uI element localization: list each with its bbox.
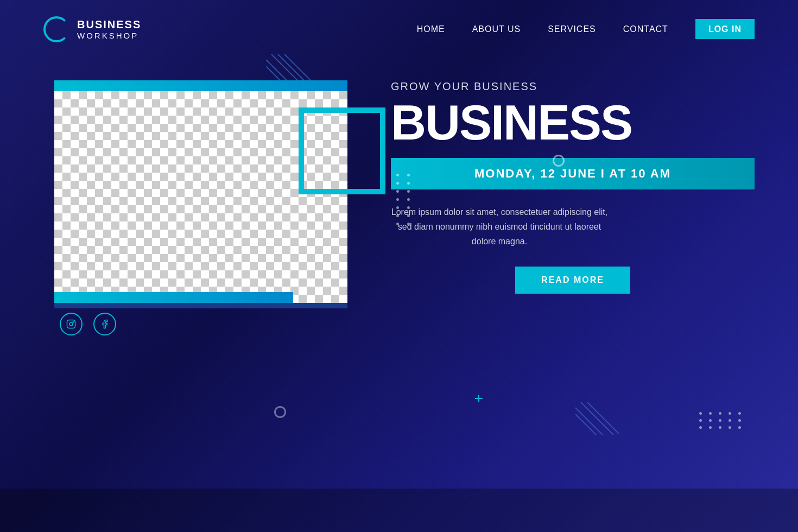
deco-dots-1 xyxy=(396,174,413,225)
nav-item-home[interactable]: HOME xyxy=(417,24,445,34)
login-button[interactable]: LOG IN xyxy=(695,19,755,39)
nav-item-about[interactable]: ABOUT US xyxy=(472,24,521,34)
logo-icon xyxy=(43,16,69,42)
nav-item-login[interactable]: LOG IN xyxy=(695,24,755,34)
svg-point-10 xyxy=(69,322,73,326)
nav-link-services[interactable]: SERVICES xyxy=(548,24,596,34)
svg-line-6 xyxy=(587,402,619,434)
deco-plus-icon-2: + xyxy=(474,390,483,407)
social-icons xyxy=(60,313,116,335)
bottom-shadow xyxy=(0,489,798,532)
facebook-icon[interactable] xyxy=(93,313,116,335)
deco-dots-2 xyxy=(699,412,744,429)
svg-point-11 xyxy=(73,321,74,322)
deco-hatch-lines-2 xyxy=(575,402,619,437)
date-badge: MONDAY, 12 JUNE I AT 10 AM xyxy=(391,158,755,189)
read-more-button[interactable]: READ MORE xyxy=(515,267,630,294)
left-section xyxy=(43,64,358,346)
image-frame-outline xyxy=(299,107,385,194)
instagram-icon[interactable] xyxy=(60,313,83,335)
svg-line-8 xyxy=(575,414,601,435)
navbar: BUSINESS WORKSHOP HOME ABOUT US SERVICES… xyxy=(0,0,798,59)
grow-text: GROW YOUR BUSINESS xyxy=(391,80,755,93)
logo-line1: BUSINESS xyxy=(77,18,141,31)
nav-link-home[interactable]: HOME xyxy=(417,24,445,34)
logo-line2: WORKSHOP xyxy=(77,31,141,41)
right-section: GROW YOUR BUSINESS BUSINESS MONDAY, 12 J… xyxy=(391,64,755,294)
image-bottom-bar xyxy=(54,292,293,303)
hero-description: Lorem ipsum dolor sit amet, consectetuer… xyxy=(391,205,608,249)
image-top-bar xyxy=(54,80,347,91)
svg-rect-9 xyxy=(67,320,75,328)
deco-circle-2 xyxy=(274,406,286,418)
nav-item-contact[interactable]: CONTACT xyxy=(623,24,668,34)
nav-links: HOME ABOUT US SERVICES CONTACT LOG IN xyxy=(417,24,755,34)
nav-link-contact[interactable]: CONTACT xyxy=(623,24,668,34)
nav-link-about[interactable]: ABOUT US xyxy=(472,24,521,34)
nav-item-services[interactable]: SERVICES xyxy=(548,24,596,34)
logo: BUSINESS WORKSHOP xyxy=(43,16,141,42)
logo-text: BUSINESS WORKSHOP xyxy=(77,18,141,41)
hero-title: BUSINESS xyxy=(391,98,755,147)
deco-circle-1 xyxy=(553,155,565,167)
date-text: MONDAY, 12 JUNE I AT 10 AM xyxy=(407,167,738,181)
